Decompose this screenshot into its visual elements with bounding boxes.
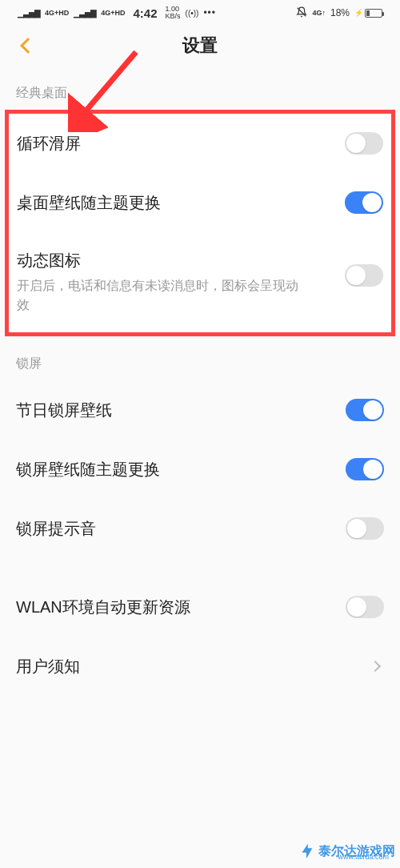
network-indicator: 4G↑: [312, 9, 326, 17]
setting-label: 锁屏提示音: [16, 518, 96, 540]
setting-description: 开启后，电话和信息有未读消息时，图标会呈现动效: [17, 276, 345, 315]
page-title: 设置: [182, 34, 218, 58]
setting-label: 动态图标: [17, 250, 345, 271]
setting-wlan-auto-update[interactable]: WLAN环境自动更新资源: [16, 577, 384, 637]
more-dots-icon: •••: [203, 7, 216, 18]
setting-wallpaper-theme[interactable]: 桌面壁纸随主题更换: [9, 173, 391, 232]
setting-label: WLAN环境自动更新资源: [16, 597, 190, 618]
toggle-switch[interactable]: [346, 596, 384, 618]
highlighted-settings-group: 循环滑屏 桌面壁纸随主题更换 动态图标 开启后，电话和信息有未读消息时，图标会呈…: [5, 110, 395, 336]
watermark-url: www.tairda.com: [338, 853, 389, 861]
setting-lock-sound[interactable]: 锁屏提示音: [16, 499, 384, 558]
header: 设置: [0, 26, 400, 66]
network-label-1: 4G+HD: [45, 9, 69, 17]
toggle-switch[interactable]: [345, 132, 383, 155]
watermark-logo-icon: [298, 842, 315, 860]
toggle-switch[interactable]: [345, 264, 383, 287]
back-button[interactable]: [16, 34, 40, 58]
battery-percent: 18%: [330, 7, 350, 18]
watermark: 泰尔达游戏网 www.tairda.com: [298, 842, 395, 860]
setting-label: 用户须知: [16, 656, 80, 677]
setting-dynamic-icons[interactable]: 动态图标 开启后，电话和信息有未读消息时，图标会呈现动效: [9, 232, 391, 332]
section-header-lockscreen: 锁屏: [0, 336, 400, 380]
section-header-desktop: 经典桌面: [0, 66, 400, 110]
data-speed: 1.00KB/s: [166, 6, 181, 20]
bell-off-icon: [296, 6, 307, 20]
status-right: 4G↑ 18% ⚡: [296, 6, 382, 20]
toggle-switch[interactable]: [346, 399, 384, 421]
setting-label: 桌面壁纸随主题更换: [17, 192, 345, 214]
status-bar: ▁▃▅▇ 4G+HD ▁▃▅▇ 4G+HD 4:42 1.00KB/s ((•)…: [0, 0, 400, 26]
setting-lock-wallpaper-theme[interactable]: 锁屏壁纸随主题更换: [16, 440, 384, 499]
hotspot-icon: ((•)): [186, 9, 199, 18]
toggle-switch[interactable]: [346, 458, 384, 480]
chevron-right-icon: [370, 661, 381, 672]
setting-label: 节日锁屏壁纸: [16, 400, 112, 421]
setting-holiday-wallpaper[interactable]: 节日锁屏壁纸: [16, 380, 384, 440]
battery-icon: ⚡: [354, 9, 382, 18]
chevron-left-icon: [20, 38, 36, 54]
network-label-2: 4G+HD: [101, 9, 125, 17]
setting-user-notice[interactable]: 用户须知: [16, 637, 384, 696]
setting-label: 锁屏壁纸随主题更换: [16, 459, 160, 480]
signal-bars-icon: ▁▃▅▇: [74, 9, 96, 18]
toggle-switch[interactable]: [345, 191, 383, 214]
status-left: ▁▃▅▇ 4G+HD ▁▃▅▇ 4G+HD 4:42 1.00KB/s ((•)…: [18, 6, 216, 20]
signal-bars-icon: ▁▃▅▇: [18, 9, 40, 18]
clock-time: 4:42: [134, 6, 158, 20]
toggle-switch[interactable]: [346, 517, 384, 540]
setting-label: 循环滑屏: [17, 133, 345, 155]
setting-loop-scroll[interactable]: 循环滑屏: [9, 114, 391, 173]
